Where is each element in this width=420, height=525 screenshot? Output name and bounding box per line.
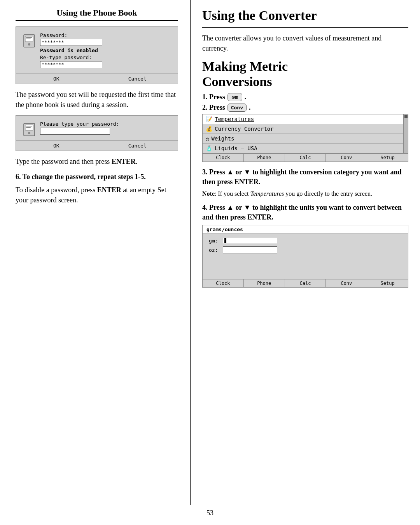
dialog-2-footer: OK Cancel bbox=[16, 140, 178, 151]
tab-phone-2[interactable]: Phone bbox=[244, 279, 285, 287]
gm-row: gm: bbox=[209, 237, 402, 244]
retype-label: Re-type password: bbox=[40, 54, 172, 60]
note-text: Note: If you select Temperatures you go … bbox=[202, 190, 408, 198]
listbox-row-currency[interactable]: 💰 Currency Convertor bbox=[203, 124, 408, 134]
tab-conv-1[interactable]: Conv bbox=[326, 154, 367, 162]
step-2-key[interactable]: Conv bbox=[228, 104, 247, 112]
weights-icon: ⚖ bbox=[206, 135, 209, 142]
grams-ounces-box: grams/ounces gm: oz: Clock Phone Calc Co… bbox=[202, 225, 408, 288]
liquids-label: Liquids – USA bbox=[215, 145, 257, 151]
tab-clock-2[interactable]: Clock bbox=[203, 279, 244, 287]
gm-label: gm: bbox=[209, 238, 220, 244]
dialog-2-ok[interactable]: OK bbox=[16, 141, 97, 151]
currency-icon: 💰 bbox=[206, 126, 212, 132]
svg-point-2 bbox=[28, 43, 30, 46]
step-1-dot: . bbox=[245, 93, 247, 101]
svg-point-7 bbox=[28, 132, 30, 134]
para-type-enter: Type the password and then press ENTER. bbox=[16, 156, 178, 167]
step-2-line: 2. Press Conv . bbox=[202, 104, 408, 112]
dialog-type-password: Please type your password: OK Cancel bbox=[16, 115, 178, 151]
step-1-key[interactable]: ⊙▦ bbox=[228, 93, 242, 101]
entry-box-footer: Clock Phone Calc Conv Setup bbox=[203, 279, 408, 287]
listbox-row-weights[interactable]: ⚖ Weights bbox=[203, 134, 408, 144]
dialog-2-content: Please type your password: bbox=[40, 121, 172, 136]
phone-book-icon-2 bbox=[22, 123, 36, 137]
retype-input[interactable]: ******** bbox=[40, 61, 102, 68]
dialog-1-ok[interactable]: OK bbox=[16, 74, 97, 84]
liquids-icon: 🧴 bbox=[206, 145, 212, 151]
type-password-input[interactable] bbox=[40, 128, 110, 135]
tab-phone-1[interactable]: Phone bbox=[244, 154, 285, 162]
password-enabled-label: Password is enabled bbox=[40, 47, 172, 53]
step-4-heading: 4. Press ▲ or ▼ to highlight the units y… bbox=[202, 203, 408, 222]
svg-rect-9 bbox=[26, 127, 31, 128]
svg-rect-8 bbox=[26, 126, 32, 126]
currency-label: Currency Convertor bbox=[215, 126, 274, 132]
entry-box-header: grams/ounces bbox=[203, 225, 408, 234]
step-6-sub: To disable a password, press ENTER at an… bbox=[16, 185, 178, 205]
step-3-heading: 3. Press ▲ or ▼ to highlight the convers… bbox=[202, 167, 408, 186]
listbox-row-liquids[interactable]: 🧴 Liquids – USA bbox=[203, 144, 408, 153]
para-password-info: The password you set will be requested t… bbox=[16, 90, 178, 110]
left-divider bbox=[16, 20, 178, 21]
dialog-1-cancel[interactable]: Cancel bbox=[97, 74, 178, 84]
converter-listbox: 📝 Temperatures 💰 Currency Convertor ⚖ We… bbox=[202, 114, 408, 162]
converter-intro: The converter allows you to convert valu… bbox=[202, 33, 408, 53]
making-metric-title: Making MetricConversions bbox=[202, 59, 408, 89]
step-2-dot: . bbox=[249, 104, 251, 112]
dialog-1-footer: OK Cancel bbox=[16, 74, 178, 84]
listbox-footer: Clock Phone Calc Conv Setup bbox=[203, 153, 408, 162]
tab-conv-2[interactable]: Conv bbox=[326, 279, 367, 287]
oz-input[interactable] bbox=[223, 246, 277, 253]
entry-box-body: gm: oz: bbox=[203, 234, 408, 279]
tab-calc-2[interactable]: Calc bbox=[285, 279, 326, 287]
step-1-label: 1. Press bbox=[202, 93, 225, 101]
page-number: 53 bbox=[0, 505, 420, 525]
phone-book-icon-1 bbox=[22, 34, 36, 48]
step-2-label: 2. Press bbox=[202, 104, 225, 112]
dialog-2-cancel[interactable]: Cancel bbox=[97, 141, 178, 151]
password-label: Password: bbox=[40, 32, 172, 38]
svg-rect-3 bbox=[26, 37, 32, 38]
oz-row: oz: bbox=[209, 246, 402, 253]
temperatures-label: Temperatures bbox=[215, 116, 254, 122]
scrollbar-thumb bbox=[404, 115, 408, 118]
password-input-1[interactable]: ******** bbox=[40, 39, 102, 46]
oz-label: oz: bbox=[209, 247, 220, 253]
right-section-title: Using the Converter bbox=[202, 8, 408, 23]
dialog-1-content: Password: ******** Password is enabled R… bbox=[40, 32, 172, 70]
step-1-line: 1. Press ⊙▦ . bbox=[202, 93, 408, 101]
cursor bbox=[224, 238, 226, 243]
tab-setup-1[interactable]: Setup bbox=[367, 154, 408, 162]
svg-rect-4 bbox=[26, 39, 31, 39]
tab-clock-1[interactable]: Clock bbox=[203, 154, 244, 162]
listbox-scrollbar[interactable] bbox=[403, 114, 408, 153]
right-divider bbox=[202, 27, 408, 28]
type-password-label: Please type your password: bbox=[40, 121, 172, 127]
temperatures-icon: 📝 bbox=[206, 116, 212, 122]
step-6-heading: 6. To change the password, repeat steps … bbox=[16, 172, 178, 181]
dialog-password-setup: Password: ******** Password is enabled R… bbox=[16, 26, 178, 84]
tab-setup-2[interactable]: Setup bbox=[367, 279, 408, 287]
tab-calc-1[interactable]: Calc bbox=[285, 154, 326, 162]
listbox-row-temperatures[interactable]: 📝 Temperatures bbox=[203, 114, 408, 124]
gm-input[interactable] bbox=[223, 237, 277, 244]
left-section-title: Using the Phone Book bbox=[16, 8, 178, 18]
weights-label: Weights bbox=[211, 135, 234, 142]
